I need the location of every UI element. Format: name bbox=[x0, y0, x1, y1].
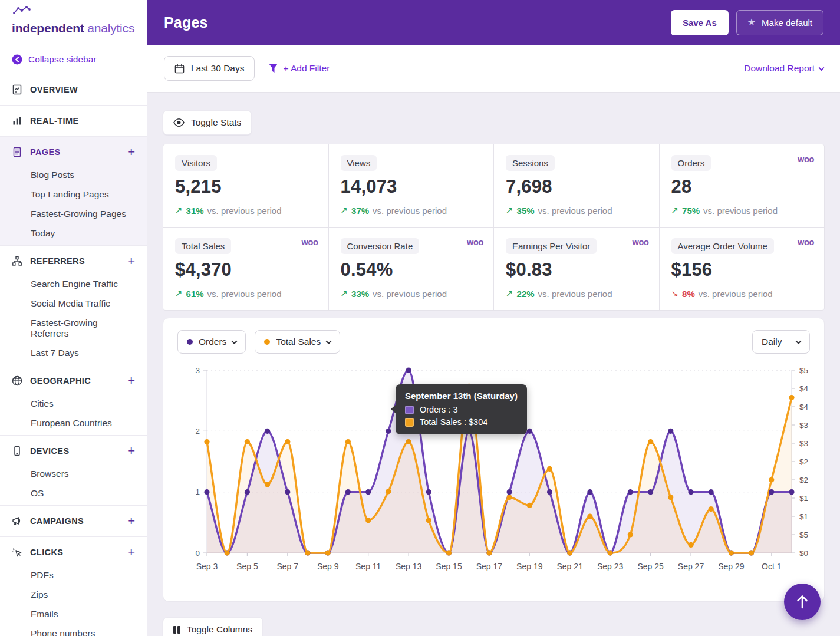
plus-icon[interactable]: + bbox=[127, 517, 135, 525]
sidebar-subitem-last-7-days[interactable]: Last 7 Days bbox=[0, 344, 147, 363]
chart-card: Orders Total Sales Daily 3210$500$450$40… bbox=[163, 318, 825, 602]
stat-card-earnings-per-visitor: Earnings Per Visitorwoo$0.83↗22%vs. prev… bbox=[494, 228, 659, 310]
svg-text:Sep 19: Sep 19 bbox=[516, 562, 543, 571]
sidebar-group-campaigns: CAMPAIGNS+ bbox=[0, 506, 147, 537]
svg-text:Sep 23: Sep 23 bbox=[597, 562, 624, 571]
sidebar-subitem-os[interactable]: OS bbox=[0, 484, 147, 503]
svg-text:$100: $100 bbox=[799, 512, 808, 521]
chart-tooltip: September 13th (Saturday) Orders : 3Tota… bbox=[396, 384, 527, 434]
woo-badge: woo bbox=[301, 238, 318, 247]
sidebar-group-overview: OVERVIEW bbox=[0, 74, 147, 106]
bottom-toolbar: Toggle Columns bbox=[163, 617, 825, 636]
trend-arrow-icon: ↗ bbox=[341, 205, 348, 216]
trend-arrow-icon: ↘ bbox=[671, 288, 679, 299]
chart-area[interactable]: 3210$500$450$400$350$300$250$200$150$100… bbox=[177, 360, 810, 595]
collapse-sidebar-button[interactable]: Collapse sidebar bbox=[0, 45, 147, 74]
sidebar-subitem-browsers[interactable]: Browsers bbox=[0, 464, 147, 484]
sidebar-item-campaigns[interactable]: CAMPAIGNS+ bbox=[0, 508, 147, 535]
sidebar-subitem-zips[interactable]: Zips bbox=[0, 585, 147, 605]
interval-select[interactable]: Daily bbox=[752, 330, 810, 354]
sidebar-subitem-search-engine-traffic[interactable]: Search Engine Traffic bbox=[0, 275, 147, 294]
stat-change: ↗61%vs. previous period bbox=[175, 288, 317, 299]
sidebar-subitem-top-landing-pages[interactable]: Top Landing Pages bbox=[0, 185, 147, 205]
svg-text:Sep 29: Sep 29 bbox=[718, 562, 745, 571]
woo-badge: woo bbox=[798, 154, 814, 164]
sidebar-group-clicks: CLICKS+PDFsZipsEmailsPhone numbers bbox=[0, 537, 147, 636]
logo-chart-squiggle-icon bbox=[12, 5, 34, 15]
stat-card-sessions: Sessions7,698↗35%vs. previous period bbox=[494, 144, 659, 227]
stat-card-average-order-volume: Average Order Volumewoo$156↘8%vs. previo… bbox=[660, 228, 825, 310]
svg-text:$50: $50 bbox=[799, 530, 808, 539]
sidebar-item-overview[interactable]: OVERVIEW bbox=[0, 76, 147, 103]
scroll-top-button[interactable] bbox=[784, 584, 821, 620]
save-as-button[interactable]: Save As bbox=[671, 10, 729, 35]
date-range-button[interactable]: Last 30 Days bbox=[164, 56, 255, 81]
total-sales-series-select[interactable]: Total Sales bbox=[255, 330, 340, 354]
sidebar-subitem-cities[interactable]: Cities bbox=[0, 394, 147, 414]
woo-badge: woo bbox=[798, 238, 814, 247]
stat-change: ↘8%vs. previous period bbox=[671, 288, 813, 299]
stat-value: $156 bbox=[671, 259, 813, 281]
sidebar-subitem-social-media-traffic[interactable]: Social Media Traffic bbox=[0, 294, 147, 314]
sidebar-item-real-time[interactable]: REAL-TIME bbox=[0, 107, 147, 134]
svg-text:Sep 13: Sep 13 bbox=[396, 562, 422, 571]
sidebar-item-label: GEOGRAPHIC bbox=[30, 376, 91, 385]
chevron-down-icon bbox=[326, 338, 332, 344]
sidebar-item-clicks[interactable]: CLICKS+ bbox=[0, 539, 147, 566]
stat-value: $0.83 bbox=[506, 259, 647, 281]
make-default-button[interactable]: ★ Make default bbox=[736, 10, 823, 35]
plus-icon[interactable]: + bbox=[127, 447, 135, 455]
sidebar-subitem-today[interactable]: Today bbox=[0, 224, 147, 243]
sidebar-item-label: CAMPAIGNS bbox=[30, 516, 84, 526]
sidebar: independent analytics Collapse sidebar O… bbox=[0, 0, 147, 636]
app-logo-text: independent analytics bbox=[12, 21, 134, 35]
woo-badge: woo bbox=[467, 238, 483, 247]
plus-icon[interactable]: + bbox=[127, 548, 135, 556]
stat-change-suffix: vs. previous period bbox=[207, 206, 282, 216]
plus-icon[interactable]: + bbox=[127, 377, 135, 385]
toggle-columns-button[interactable]: Toggle Columns bbox=[163, 617, 263, 636]
trend-arrow-icon: ↗ bbox=[341, 288, 348, 299]
plus-icon[interactable]: + bbox=[127, 148, 135, 156]
stat-label: Orders bbox=[671, 155, 711, 171]
svg-text:$500: $500 bbox=[799, 366, 808, 375]
stat-value: 14,073 bbox=[341, 176, 482, 197]
stat-label: Views bbox=[341, 155, 377, 171]
stat-change-percent: 75% bbox=[682, 206, 700, 216]
add-filter-label: + Add Filter bbox=[283, 63, 330, 74]
sidebar-item-referrers[interactable]: REFERRERS+ bbox=[0, 248, 147, 275]
plus-icon[interactable]: + bbox=[127, 257, 135, 265]
make-default-label: Make default bbox=[762, 18, 812, 28]
toggle-stats-button[interactable]: Toggle Stats bbox=[163, 110, 252, 135]
stat-change-percent: 35% bbox=[517, 206, 535, 216]
add-filter-button[interactable]: + Add Filter bbox=[269, 63, 330, 74]
sidebar-item-label: PAGES bbox=[30, 147, 61, 157]
sidebar-subitem-fastest-growing-pages[interactable]: Fastest-Growing Pages bbox=[0, 205, 147, 224]
svg-text:Sep 17: Sep 17 bbox=[476, 562, 503, 571]
collapse-circle-icon bbox=[12, 54, 22, 65]
stat-change-suffix: vs. previous period bbox=[373, 289, 447, 299]
sidebar-subitem-european-countries[interactable]: European Countries bbox=[0, 414, 147, 433]
bars-icon bbox=[12, 116, 22, 126]
svg-text:3: 3 bbox=[195, 366, 200, 375]
arrow-up-icon bbox=[796, 595, 809, 609]
stat-change: ↗37%vs. previous period bbox=[341, 205, 482, 216]
chevron-down-icon bbox=[796, 338, 802, 344]
sidebar-item-devices[interactable]: DEVICES+ bbox=[0, 437, 147, 464]
svg-text:$0: $0 bbox=[799, 549, 808, 558]
stat-card-total-sales: Total Saleswoo$4,370↗61%vs. previous per… bbox=[163, 228, 328, 310]
svg-text:Oct 1: Oct 1 bbox=[762, 562, 782, 571]
sidebar-item-geographic[interactable]: GEOGRAPHIC+ bbox=[0, 367, 147, 394]
sidebar-subitem-blog-posts[interactable]: Blog Posts bbox=[0, 166, 147, 185]
sidebar-subitem-pdfs[interactable]: PDFs bbox=[0, 566, 147, 585]
download-report-button[interactable]: Download Report bbox=[744, 63, 823, 74]
filter-toolbar: Last 30 Days + Add Filter Download Repor… bbox=[147, 45, 840, 93]
sidebar-subitem-emails[interactable]: Emails bbox=[0, 605, 147, 624]
trend-arrow-icon: ↗ bbox=[506, 205, 513, 216]
orders-series-select[interactable]: Orders bbox=[177, 330, 246, 354]
sidebar-item-pages[interactable]: PAGES+ bbox=[0, 139, 147, 166]
stat-change-percent: 22% bbox=[517, 289, 535, 299]
sidebar-subitem-phone-numbers[interactable]: Phone numbers bbox=[0, 624, 147, 636]
sidebar-subitem-fastest-growing-referrers[interactable]: Fastest-Growing Referrers bbox=[0, 314, 147, 344]
chevron-down-icon bbox=[232, 338, 238, 344]
